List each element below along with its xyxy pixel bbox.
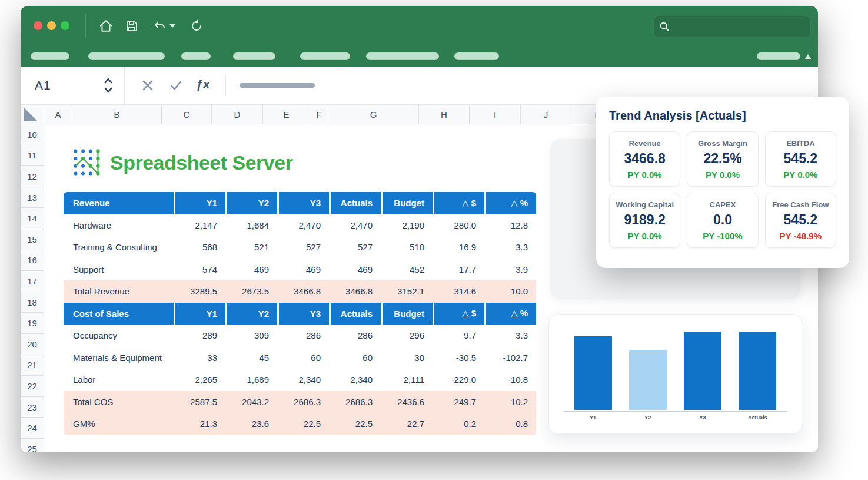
value-cell[interactable]: 309 [225, 325, 277, 347]
value-cell[interactable]: 60 [277, 347, 329, 369]
value-cell[interactable]: 296 [381, 325, 433, 347]
row-label-cell[interactable]: Total Revenue [64, 280, 174, 303]
value-cell[interactable]: 314.6 [433, 280, 484, 303]
value-cell[interactable]: 30 [381, 347, 433, 369]
value-cell[interactable]: 2,470 [329, 214, 381, 237]
row-label-cell[interactable]: Materials & Equipment [64, 347, 174, 369]
menu-item-4[interactable] [233, 52, 275, 60]
row-header-15[interactable]: 15 [21, 229, 44, 250]
column-header-D[interactable]: D [212, 105, 263, 124]
value-cell[interactable]: 2043.2 [225, 391, 277, 413]
row-label-cell[interactable]: Support [64, 259, 174, 281]
row-header-12[interactable]: 12 [21, 166, 44, 187]
value-cell[interactable]: 3466.8 [329, 280, 381, 303]
row-header-25[interactable]: 25 [21, 439, 44, 452]
column-header-E[interactable]: E [263, 105, 310, 124]
value-cell[interactable]: 574 [174, 259, 225, 281]
row-header-21[interactable]: 21 [21, 355, 44, 376]
column-header-H[interactable]: H [419, 105, 470, 124]
value-cell[interactable]: △ % [484, 303, 536, 325]
column-header-J[interactable]: J [521, 105, 571, 124]
value-cell[interactable]: 289 [174, 325, 225, 347]
name-box-spinner[interactable] [103, 76, 114, 97]
value-cell[interactable]: 527 [277, 236, 329, 259]
value-cell[interactable]: 2,470 [277, 214, 329, 237]
value-cell[interactable]: 2686.3 [277, 391, 329, 413]
column-header-I[interactable]: I [470, 105, 521, 124]
value-cell[interactable]: 45 [225, 347, 277, 369]
row-label-cell[interactable]: Hardware [64, 214, 174, 237]
row-label-cell[interactable]: Training & Consulting [64, 236, 174, 259]
row-header-18[interactable]: 18 [21, 292, 44, 313]
menu-item-6[interactable] [366, 52, 439, 60]
undo-dropdown-caret[interactable] [169, 24, 175, 28]
value-cell[interactable]: 280.0 [433, 214, 484, 237]
value-cell[interactable]: △ $ [433, 192, 484, 214]
value-cell[interactable]: 2,147 [174, 214, 225, 237]
value-cell[interactable]: Y1 [174, 303, 225, 325]
row-header-11[interactable]: 11 [21, 145, 44, 167]
value-cell[interactable]: 286 [277, 325, 329, 347]
row-header-16[interactable]: 16 [21, 250, 44, 272]
row-header-22[interactable]: 22 [21, 376, 44, 397]
value-cell[interactable]: 9.7 [433, 325, 484, 347]
save-button[interactable] [122, 16, 142, 35]
value-cell[interactable]: 2673.5 [225, 280, 277, 303]
value-cell[interactable]: -10.8 [484, 369, 536, 391]
value-cell[interactable]: 527 [329, 236, 381, 259]
value-cell[interactable]: 469 [277, 259, 329, 281]
value-cell[interactable]: 2,190 [381, 214, 433, 237]
value-cell[interactable]: 452 [381, 259, 433, 281]
value-cell[interactable]: 3466.8 [277, 280, 329, 303]
value-cell[interactable]: 1,684 [225, 214, 277, 237]
value-cell[interactable]: 12.8 [484, 214, 536, 237]
undo-button[interactable] [150, 16, 178, 35]
name-box[interactable]: A1 [21, 67, 125, 104]
value-cell[interactable]: 23.6 [225, 413, 277, 435]
column-header-A[interactable]: A [44, 105, 72, 124]
select-all-button[interactable] [21, 105, 44, 124]
value-cell[interactable]: 10.0 [484, 280, 536, 303]
menu-item-3[interactable] [181, 52, 211, 60]
search-box[interactable] [653, 16, 811, 37]
row-label-cell[interactable]: GM% [64, 413, 174, 435]
value-cell[interactable]: 2,340 [277, 369, 329, 391]
value-cell[interactable]: 10.2 [484, 391, 536, 413]
value-cell[interactable]: 60 [329, 347, 381, 369]
value-cell[interactable]: 22.5 [277, 413, 329, 435]
value-cell[interactable]: 3289.5 [174, 280, 225, 303]
value-cell[interactable]: △ % [484, 192, 536, 214]
value-cell[interactable]: 249.7 [433, 391, 484, 413]
value-cell[interactable]: 33 [174, 347, 225, 369]
value-cell[interactable]: △ $ [433, 303, 484, 325]
column-header-F[interactable]: F [310, 105, 328, 124]
row-label-cell[interactable]: Occupancy [64, 325, 174, 347]
row-label-cell[interactable]: Labor [64, 369, 174, 391]
value-cell[interactable]: Actuals [329, 303, 381, 325]
value-cell[interactable]: Budget [381, 192, 433, 214]
value-cell[interactable]: 2686.3 [329, 391, 381, 413]
value-cell[interactable]: 2,111 [381, 369, 433, 391]
value-cell[interactable]: Actuals [329, 192, 381, 214]
value-cell[interactable]: 2,265 [174, 369, 225, 391]
value-cell[interactable]: 16.9 [433, 236, 484, 259]
value-cell[interactable]: 3.3 [484, 325, 536, 347]
confirm-entry-button[interactable] [167, 76, 185, 95]
menu-item-2[interactable] [88, 52, 165, 60]
menu-item-7[interactable] [454, 52, 499, 60]
row-header-17[interactable]: 17 [21, 271, 44, 292]
ribbon-right-pill[interactable] [757, 52, 800, 60]
value-cell[interactable]: Y3 [277, 192, 329, 214]
column-header-C[interactable]: C [162, 105, 212, 124]
value-cell[interactable]: 2587.5 [174, 391, 225, 413]
row-label-cell[interactable]: Total COS [64, 391, 174, 413]
formula-input[interactable] [240, 83, 315, 88]
value-cell[interactable]: 1,689 [225, 369, 277, 391]
value-cell[interactable]: 17.7 [433, 259, 484, 281]
value-cell[interactable]: 21.3 [174, 413, 225, 435]
value-cell[interactable]: 510 [381, 236, 433, 259]
value-cell[interactable]: 0.2 [433, 413, 484, 435]
refresh-button[interactable] [187, 16, 207, 35]
value-cell[interactable]: 3.3 [484, 236, 536, 259]
section-title-cell[interactable]: Cost of Sales [64, 303, 174, 325]
